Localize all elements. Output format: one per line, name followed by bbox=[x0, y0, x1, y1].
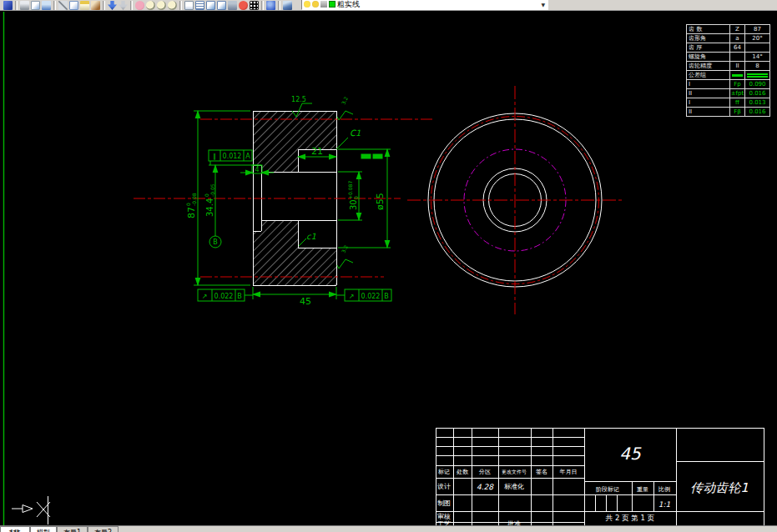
drawing-canvas[interactable]: 87 0 -0.08 34.4 0 -0.05 B ∥ 0.012 A 4 21… bbox=[0, 11, 777, 525]
table-style-icon[interactable] bbox=[195, 1, 204, 10]
title-block-texts: 标记 处数 分区 更改文件号 签名 年月日 设计 4.28 标准化 制图 审核 … bbox=[437, 444, 749, 525]
runout-right-datum: B bbox=[384, 293, 389, 300]
layer-freeze-icon bbox=[312, 1, 319, 8]
tab-nav-buttons[interactable]: ◀◀▶ bbox=[0, 526, 30, 532]
gear-param-label: 齿轮精度 bbox=[687, 62, 730, 71]
tb-material: 45 bbox=[619, 444, 642, 464]
chamfer-top-text: C1 bbox=[350, 128, 361, 138]
cut-icon[interactable] bbox=[58, 1, 68, 10]
tb-scale-value: 1:1 bbox=[658, 500, 671, 509]
tolerance-group: I bbox=[687, 80, 730, 89]
runout-right-symbol: ↗ bbox=[349, 293, 355, 300]
zoom-window-icon[interactable] bbox=[157, 1, 166, 10]
gear-param-symbol: a bbox=[730, 34, 745, 43]
gear-table-row: II ±fpt 0.016 bbox=[687, 89, 770, 98]
gear-param-value: 14° bbox=[745, 53, 770, 62]
tolerance-bar bbox=[730, 71, 745, 80]
gear-table-row: 齿 数 Z 87 bbox=[687, 25, 770, 34]
zoom-previous-icon[interactable] bbox=[168, 1, 177, 10]
dim-od-text: 87 bbox=[186, 207, 197, 218]
front-view-centerlines bbox=[407, 86, 624, 314]
save-icon[interactable] bbox=[3, 1, 13, 10]
tolerance-bar bbox=[745, 71, 770, 80]
gear-table-row: I ff 0.013 bbox=[687, 98, 770, 108]
tolerance-value: 0.016 bbox=[745, 108, 770, 117]
dim-keyway-tol-hi: 0 bbox=[204, 193, 209, 197]
match-properties-icon[interactable] bbox=[91, 1, 100, 10]
plot-icon[interactable] bbox=[20, 1, 29, 10]
front-view bbox=[407, 86, 624, 314]
redo-icon[interactable] bbox=[119, 1, 128, 10]
tb-scale-label: 比例 bbox=[658, 486, 670, 493]
parallelism-value: 0.012 bbox=[223, 153, 242, 160]
drawing-svg: 87 0 -0.08 34.4 0 -0.05 B ∥ 0.012 A 4 21… bbox=[0, 11, 777, 525]
design-center-icon[interactable] bbox=[217, 1, 226, 10]
roughness-bottom-right-text: 3.2 bbox=[341, 244, 349, 254]
properties-icon[interactable] bbox=[206, 1, 215, 10]
zoom-realtime-icon[interactable] bbox=[146, 1, 155, 10]
layer-manager-icon[interactable] bbox=[283, 1, 292, 10]
cad-application-window: 粗实线 ▼ bbox=[0, 0, 777, 532]
undo-icon[interactable] bbox=[108, 1, 117, 10]
gear-table-row: 公差组 bbox=[687, 71, 770, 80]
pan-icon[interactable] bbox=[135, 1, 144, 10]
ucs-icon bbox=[12, 496, 50, 524]
tb-header-docno: 更改文件号 bbox=[502, 469, 527, 474]
gear-table-row: I Fp 0.090 bbox=[687, 80, 770, 89]
tab-layout1[interactable]: 布局1 bbox=[57, 526, 88, 532]
dim-recess-dia-text: ø55 bbox=[375, 193, 386, 210]
tolerance-group: I bbox=[687, 98, 730, 108]
copy-icon[interactable] bbox=[69, 1, 78, 10]
publish-icon[interactable] bbox=[42, 1, 51, 10]
tb-stage-label: 阶段标记 bbox=[596, 486, 619, 493]
tb-check-label: 审核 bbox=[437, 513, 451, 520]
tb-design-date: 4.28 bbox=[477, 483, 494, 491]
gear-param-value: 20° bbox=[745, 34, 770, 43]
gear-param-value: 87 bbox=[745, 25, 770, 34]
gear-param-symbol: Z bbox=[730, 25, 745, 34]
roughness-top-right-text: 3.2 bbox=[341, 96, 349, 106]
tolerance-value: 0.090 bbox=[745, 80, 770, 89]
dim-bore-tol-lo: 0 bbox=[353, 196, 359, 199]
gear-table-row: 螺旋角 14° bbox=[687, 53, 770, 62]
tab-layout2[interactable]: 布局2 bbox=[88, 526, 119, 532]
paste-icon[interactable] bbox=[80, 1, 89, 10]
gear-param-label: 齿形角 bbox=[687, 34, 730, 43]
toolbar-separator bbox=[130, 1, 133, 10]
layer-color-swatch bbox=[329, 1, 336, 8]
tb-standardization-label: 标准化 bbox=[504, 483, 524, 490]
title-block-grid bbox=[436, 428, 764, 525]
gear-param-label: 齿 数 bbox=[687, 25, 730, 34]
title-block: 标记 处数 分区 更改文件号 签名 年月日 设计 4.28 标准化 制图 审核 … bbox=[436, 428, 764, 525]
gear-param-symbol: 64 bbox=[730, 43, 745, 53]
gear-table-row: II Fβ 0.016 bbox=[687, 108, 770, 117]
gear-param-symbol bbox=[730, 53, 745, 62]
table-icon[interactable] bbox=[250, 1, 259, 10]
tab-model[interactable]: 模型 bbox=[30, 526, 57, 532]
runout-left-datum: B bbox=[237, 293, 242, 300]
dim-width-text: 45 bbox=[300, 296, 311, 307]
render-icon[interactable] bbox=[239, 1, 248, 10]
layer-dropdown[interactable]: 粗实线 ▼ bbox=[301, 0, 548, 10]
layer-on-bulb-icon bbox=[304, 1, 310, 8]
tb-part-name: 传动齿轮1 bbox=[690, 480, 749, 495]
dim-bore-text: 30 bbox=[349, 199, 358, 210]
parallelism-symbol: ∥ bbox=[213, 153, 216, 160]
gear-table-row: 齿轮精度 II 8 bbox=[687, 62, 770, 71]
dim-step-text: 4 bbox=[255, 166, 259, 173]
tb-design-label: 设计 bbox=[437, 483, 451, 490]
gear-parameter-table: 齿 数 Z 87 齿形角 a 20° 齿 厚 64 螺旋角 14 bbox=[686, 24, 769, 117]
roughness-top-text: 12.5 bbox=[291, 96, 306, 103]
toolbar-separator bbox=[15, 1, 18, 10]
dim-bore-tol-hi: +0.087 bbox=[347, 181, 353, 199]
help-icon[interactable] bbox=[266, 1, 275, 10]
gear-param-value bbox=[745, 43, 770, 53]
tb-header-mark: 标记 bbox=[437, 469, 450, 475]
dim-keyway-text: 34.4 bbox=[205, 198, 214, 217]
gear-param-label: 螺旋角 bbox=[687, 53, 730, 62]
text-style-icon[interactable] bbox=[184, 1, 194, 10]
tb-sheet-info: 共 2 页 第 1 页 bbox=[605, 514, 654, 522]
tool-palettes-icon[interactable] bbox=[228, 1, 237, 10]
plot-preview-icon[interactable] bbox=[31, 1, 40, 10]
gear-table-row: 齿形角 a 20° bbox=[687, 34, 770, 43]
